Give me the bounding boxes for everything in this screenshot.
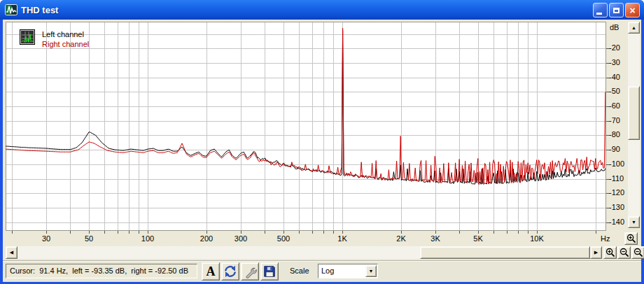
font-a-icon: A — [206, 264, 216, 279]
save-button[interactable] — [260, 262, 279, 281]
x-axis-tick — [206, 231, 207, 234]
x-axis-tick — [299, 231, 300, 234]
horizontal-scrollbar-thumb[interactable] — [420, 246, 590, 259]
scroll-up-icon: ▲ — [631, 25, 636, 30]
horizontal-scrollbar-track[interactable] — [18, 246, 420, 259]
x-axis: 30501002003005001K2K3K5K10K — [6, 231, 606, 245]
x-axis-tick — [537, 231, 538, 234]
y-tick-label: -40 — [609, 73, 620, 82]
scale-dropdown[interactable]: Log ▼ — [318, 264, 378, 278]
zoom-in-icon — [606, 248, 615, 257]
y-tick-label: -30 — [609, 58, 620, 67]
x-axis-tick — [148, 231, 148, 234]
x-tick-label: 10K — [523, 234, 551, 243]
close-button[interactable]: × — [625, 3, 640, 17]
vertical-scrollbar-thumb[interactable] — [628, 86, 640, 140]
x-axis-tick — [46, 231, 47, 234]
spectrum-plot[interactable]: Left channel Right channel — [6, 22, 606, 231]
x-axis-tick — [507, 231, 507, 234]
y-axis-unit-label: dB — [610, 23, 619, 31]
dropdown-arrow-button[interactable]: ▼ — [365, 265, 377, 277]
font-button[interactable]: A — [202, 262, 220, 281]
plot-border — [6, 22, 606, 231]
zoom-out-icon — [634, 248, 643, 257]
scroll-left-button[interactable]: ◀ — [6, 246, 18, 259]
legend-right-channel: Right channel — [42, 39, 89, 49]
x-zoom-out-button[interactable] — [617, 246, 631, 259]
y-tick-label: -120 — [609, 188, 624, 197]
left-channel-trace — [6, 30, 606, 184]
x-axis-tick — [342, 231, 343, 234]
y-tick-label: -110 — [609, 174, 624, 183]
x-axis-tick — [435, 231, 436, 234]
x-tick-label: 50 — [75, 234, 103, 243]
x-zoom-in-button[interactable] — [603, 246, 617, 259]
y-tick-label: -130 — [609, 203, 624, 212]
dropdown-arrow-icon: ▼ — [369, 269, 374, 274]
x-axis-tick — [518, 231, 519, 234]
scroll-down-button[interactable]: ▼ — [628, 216, 640, 228]
y-zoom-in-button[interactable] — [624, 232, 638, 245]
x-axis-tick — [528, 231, 528, 234]
refresh-button[interactable] — [221, 262, 239, 281]
x-tick-label: 3K — [421, 234, 449, 243]
scale-dropdown-value: Log — [321, 267, 334, 275]
x-axis-tick — [265, 231, 265, 234]
x-tick-label: 30 — [32, 234, 60, 243]
y-tick-label: -60 — [609, 101, 620, 111]
app-window: THD test × Left channel — [0, 0, 644, 284]
titlebar[interactable]: THD test × — [0, 0, 644, 20]
y-tick-label: -80 — [609, 130, 620, 139]
y-zoom-out-button[interactable] — [631, 246, 644, 259]
bottom-toolbar: Cursor: 91.4 Hz, left = -93.35 dB, right… — [3, 260, 641, 282]
x-tick-label: 100 — [134, 234, 162, 243]
x-axis-tick — [139, 231, 139, 234]
x-axis-tick — [459, 231, 460, 234]
y-tick-label: -140 — [609, 218, 624, 227]
refresh-icon — [223, 264, 237, 278]
wrench-icon — [243, 264, 257, 278]
maximize-button[interactable] — [609, 3, 624, 17]
status-cursor-readout: Cursor: 91.4 Hz, left = -93.35 dB, right… — [6, 264, 197, 278]
spectrum-svg — [6, 22, 606, 231]
x-axis-tick — [401, 231, 402, 234]
minimize-button[interactable] — [593, 3, 608, 17]
x-axis-tick — [12, 231, 13, 234]
x-axis-tick — [284, 231, 284, 234]
x-axis-tick — [323, 231, 324, 234]
x-axis-tick — [129, 231, 130, 234]
window-title: THD test — [21, 5, 58, 15]
x-axis-tick — [70, 231, 71, 234]
x-tick-label: 200 — [192, 234, 220, 243]
zoom-in-icon — [626, 234, 636, 243]
x-axis-tick — [478, 231, 479, 234]
x-axis-tick — [596, 231, 596, 234]
y-axis: dB -20-30-40-50-60-70-80-90-100-110-120-… — [606, 22, 628, 244]
y-tick-label: -50 — [609, 87, 620, 96]
scale-label: Scale — [290, 267, 309, 275]
save-floppy-icon — [262, 264, 276, 278]
y-tick-label: -20 — [609, 43, 620, 52]
x-tick-label: 5K — [464, 234, 492, 243]
x-axis-tick — [312, 231, 313, 234]
app-icon — [5, 3, 18, 16]
close-icon: × — [629, 6, 635, 15]
scroll-right-button[interactable]: ▶ — [590, 246, 602, 259]
y-tick-label: -100 — [609, 159, 624, 169]
x-axis-tick — [118, 231, 118, 234]
scroll-left-icon: ◀ — [10, 250, 13, 255]
legend-left-channel: Left channel — [42, 29, 89, 39]
maximize-icon — [613, 8, 620, 13]
plot-grid — [6, 22, 606, 231]
scroll-right-icon: ▶ — [594, 250, 598, 255]
settings-wrench-button[interactable] — [241, 262, 259, 281]
x-axis-tick — [493, 231, 494, 234]
x-tick-label: 1K — [328, 234, 356, 243]
vertical-scrollbar[interactable]: ▲ ▼ — [628, 22, 640, 228]
legend: Left channel Right channel — [20, 29, 89, 49]
y-tick-label: -90 — [609, 145, 620, 154]
y-tick-label: -70 — [609, 116, 620, 125]
spectrum-legend-icon — [20, 29, 35, 45]
x-axis-tick — [104, 231, 105, 234]
scroll-up-button[interactable]: ▲ — [628, 22, 640, 34]
